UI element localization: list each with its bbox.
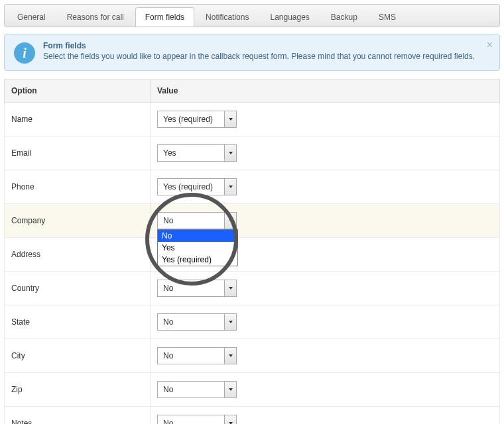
tab-notifications[interactable]: Notifications (196, 7, 259, 26)
field-label: State (5, 305, 151, 339)
field-label: Email (5, 136, 151, 170)
select-value: No (158, 348, 224, 364)
value-select[interactable]: Yes (required) (157, 178, 237, 195)
chevron-down-icon[interactable] (224, 213, 236, 229)
table-row: PhoneYes (required) (5, 170, 500, 204)
select-value: Yes (required) (158, 179, 224, 195)
select-value: Yes (required) (158, 111, 224, 127)
chevron-down-icon[interactable] (224, 179, 236, 195)
value-select[interactable]: Yes (required) (157, 111, 237, 128)
field-label: City (5, 339, 151, 373)
chevron-down-icon[interactable] (224, 348, 236, 364)
chevron-down-icon[interactable] (224, 111, 236, 127)
select-value: No (158, 280, 224, 296)
select-value: Yes (158, 145, 224, 161)
field-label: Company (5, 204, 151, 238)
dropdown-option[interactable]: Yes (158, 242, 237, 254)
value-select[interactable]: Yes (157, 144, 237, 162)
field-label: Name (5, 103, 151, 136)
tab-backup[interactable]: Backup (321, 7, 367, 26)
tab-bar: General Reasons for call Form fields Not… (4, 4, 500, 27)
field-value-cell: Yes (required) (151, 103, 500, 136)
select-value: No (158, 314, 224, 330)
table-row: AddressNo (5, 238, 500, 272)
info-title: Form fields (43, 41, 490, 50)
tab-sms[interactable]: SMS (369, 7, 406, 26)
chevron-down-icon[interactable] (224, 280, 236, 296)
chevron-down-icon[interactable] (224, 314, 236, 330)
tab-general[interactable]: General (7, 7, 56, 26)
info-description: Select the fields you would like to appe… (43, 52, 490, 62)
tab-form-fields[interactable]: Form fields (135, 7, 194, 26)
dropdown-option[interactable]: No (158, 230, 237, 242)
field-label: Country (5, 272, 151, 305)
col-header-value: Value (151, 80, 500, 103)
field-value-cell: Yes (required) (151, 170, 500, 204)
value-select[interactable]: No (157, 347, 237, 364)
table-row: ZipNo (5, 373, 500, 407)
field-label: Phone (5, 170, 151, 204)
select-value: No (158, 382, 224, 398)
field-value-cell: No (151, 305, 500, 339)
value-select[interactable]: NoNoYesYes (required) (157, 212, 237, 229)
table-row: NameYes (required) (5, 103, 500, 136)
value-select[interactable]: No (157, 415, 237, 424)
field-value-cell: No (151, 373, 500, 407)
field-label: Zip (5, 373, 151, 407)
select-value: No (158, 213, 224, 229)
value-select[interactable]: No (157, 280, 237, 297)
info-icon: i (14, 42, 35, 64)
select-value: No (158, 415, 224, 424)
field-value-cell: NoNoYesYes (required) (151, 204, 500, 238)
dropdown-list: NoYesYes (required) (157, 229, 238, 266)
chevron-down-icon[interactable] (224, 382, 236, 398)
field-value-cell: No (151, 339, 500, 373)
info-panel: i Form fields Select the fields you woul… (4, 34, 500, 71)
field-value-cell: No (151, 272, 500, 305)
dropdown-option[interactable]: Yes (required) (158, 254, 237, 266)
form-fields-table: Option Value NameYes (required)EmailYesP… (4, 79, 500, 424)
close-icon[interactable]: × (487, 40, 493, 50)
col-header-option: Option (5, 80, 151, 103)
chevron-down-icon[interactable] (224, 145, 236, 161)
field-value-cell: Yes (151, 136, 500, 170)
field-value-cell: No (151, 407, 500, 425)
value-select[interactable]: No (157, 381, 237, 398)
tab-languages[interactable]: Languages (260, 7, 319, 26)
value-select[interactable]: No (157, 313, 237, 331)
table-row: CountryNo (5, 272, 500, 305)
table-row: CityNo (5, 339, 500, 373)
table-row: NotesNo (5, 407, 500, 425)
table-row: StateNo (5, 305, 500, 339)
chevron-down-icon[interactable] (224, 415, 236, 424)
tab-reasons-for-call[interactable]: Reasons for call (57, 7, 134, 26)
field-label: Address (5, 238, 151, 272)
field-label: Notes (5, 407, 151, 425)
table-row: EmailYes (5, 136, 500, 170)
table-row: CompanyNoNoYesYes (required) (5, 204, 500, 238)
